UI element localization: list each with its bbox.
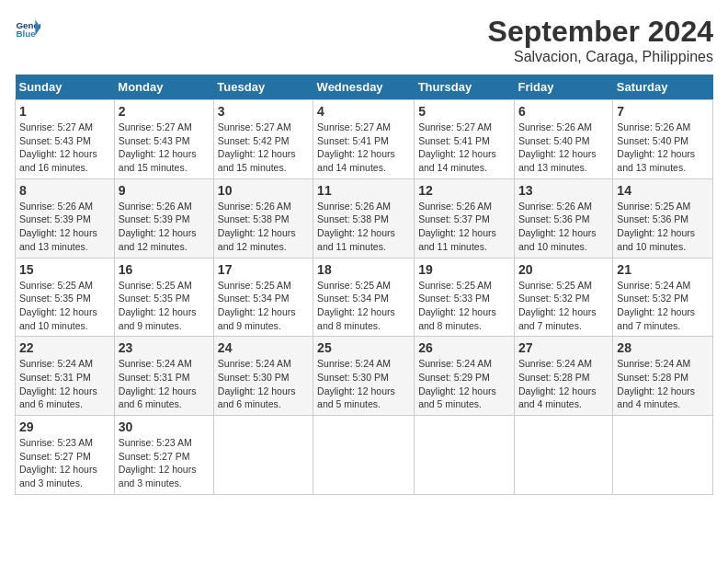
table-row: 17Sunrise: 5:25 AM Sunset: 5:34 PM Dayli… — [213, 258, 313, 337]
calendar-week-row: 8Sunrise: 5:26 AM Sunset: 5:39 PM Daylig… — [16, 178, 713, 258]
day-detail: Sunrise: 5:25 AM Sunset: 5:33 PM Dayligh… — [418, 279, 510, 333]
day-detail: Sunrise: 5:24 AM Sunset: 5:31 PM Dayligh… — [19, 357, 110, 411]
col-friday: Friday — [514, 75, 612, 100]
day-number: 10 — [218, 183, 309, 198]
day-number: 9 — [119, 183, 210, 198]
day-number: 28 — [617, 340, 709, 355]
day-detail: Sunrise: 5:26 AM Sunset: 5:40 PM Dayligh… — [518, 121, 609, 175]
calendar-title: September 2024 — [488, 15, 713, 49]
logo: General Blue — [15, 15, 40, 40]
day-detail: Sunrise: 5:25 AM Sunset: 5:34 PM Dayligh… — [218, 279, 309, 333]
calendar-table: Sunday Monday Tuesday Wednesday Thursday… — [15, 75, 713, 495]
table-row — [313, 416, 415, 495]
day-detail: Sunrise: 5:24 AM Sunset: 5:30 PM Dayligh… — [317, 357, 410, 411]
table-row: 3Sunrise: 5:27 AM Sunset: 5:42 PM Daylig… — [213, 100, 313, 179]
day-detail: Sunrise: 5:26 AM Sunset: 5:39 PM Dayligh… — [119, 200, 210, 254]
table-row: 11Sunrise: 5:26 AM Sunset: 5:38 PM Dayli… — [313, 178, 415, 258]
day-number: 26 — [418, 340, 510, 355]
table-row: 19Sunrise: 5:25 AM Sunset: 5:33 PM Dayli… — [415, 258, 515, 337]
day-detail: Sunrise: 5:24 AM Sunset: 5:32 PM Dayligh… — [617, 279, 709, 333]
table-row: 23Sunrise: 5:24 AM Sunset: 5:31 PM Dayli… — [114, 337, 213, 416]
calendar-header-row: Sunday Monday Tuesday Wednesday Thursday… — [16, 75, 713, 100]
day-detail: Sunrise: 5:26 AM Sunset: 5:39 PM Dayligh… — [19, 200, 110, 254]
table-row: 24Sunrise: 5:24 AM Sunset: 5:30 PM Dayli… — [213, 337, 313, 416]
day-number: 2 — [119, 104, 210, 119]
day-detail: Sunrise: 5:24 AM Sunset: 5:29 PM Dayligh… — [418, 357, 510, 411]
table-row: 30Sunrise: 5:23 AM Sunset: 5:27 PM Dayli… — [114, 416, 213, 495]
calendar-week-row: 1Sunrise: 5:27 AM Sunset: 5:43 PM Daylig… — [16, 100, 713, 179]
day-detail: Sunrise: 5:23 AM Sunset: 5:27 PM Dayligh… — [119, 436, 210, 490]
day-number: 14 — [617, 183, 709, 198]
day-number: 13 — [518, 183, 609, 198]
day-detail: Sunrise: 5:26 AM Sunset: 5:37 PM Dayligh… — [418, 200, 510, 254]
table-row: 6Sunrise: 5:26 AM Sunset: 5:40 PM Daylig… — [514, 100, 612, 179]
table-row: 10Sunrise: 5:26 AM Sunset: 5:38 PM Dayli… — [213, 178, 313, 258]
day-number: 24 — [218, 340, 309, 355]
col-saturday: Saturday — [613, 75, 713, 100]
table-row: 5Sunrise: 5:27 AM Sunset: 5:41 PM Daylig… — [415, 100, 515, 179]
day-number: 4 — [317, 104, 410, 119]
col-wednesday: Wednesday — [313, 75, 415, 100]
table-row: 1Sunrise: 5:27 AM Sunset: 5:43 PM Daylig… — [16, 100, 115, 179]
table-row: 4Sunrise: 5:27 AM Sunset: 5:41 PM Daylig… — [313, 100, 415, 179]
day-detail: Sunrise: 5:27 AM Sunset: 5:43 PM Dayligh… — [19, 121, 110, 175]
day-detail: Sunrise: 5:25 AM Sunset: 5:34 PM Dayligh… — [317, 279, 410, 333]
page-header: General Blue September 2024 Salvacion, C… — [15, 15, 713, 65]
calendar-week-row: 15Sunrise: 5:25 AM Sunset: 5:35 PM Dayli… — [16, 258, 713, 337]
day-detail: Sunrise: 5:23 AM Sunset: 5:27 PM Dayligh… — [19, 436, 110, 490]
day-detail: Sunrise: 5:27 AM Sunset: 5:43 PM Dayligh… — [119, 121, 210, 175]
day-number: 20 — [518, 262, 609, 277]
table-row: 8Sunrise: 5:26 AM Sunset: 5:39 PM Daylig… — [16, 178, 115, 258]
day-number: 23 — [119, 340, 210, 355]
day-number: 27 — [518, 340, 609, 355]
table-row: 21Sunrise: 5:24 AM Sunset: 5:32 PM Dayli… — [613, 258, 713, 337]
title-block: September 2024 Salvacion, Caraga, Philip… — [488, 15, 713, 65]
logo-icon: General Blue — [15, 15, 40, 40]
table-row — [514, 416, 612, 495]
col-tuesday: Tuesday — [213, 75, 313, 100]
table-row: 16Sunrise: 5:25 AM Sunset: 5:35 PM Dayli… — [114, 258, 213, 337]
table-row: 2Sunrise: 5:27 AM Sunset: 5:43 PM Daylig… — [114, 100, 213, 179]
day-number: 6 — [518, 104, 609, 119]
col-sunday: Sunday — [16, 75, 115, 100]
day-detail: Sunrise: 5:27 AM Sunset: 5:41 PM Dayligh… — [317, 121, 410, 175]
table-row: 26Sunrise: 5:24 AM Sunset: 5:29 PM Dayli… — [415, 337, 515, 416]
table-row — [213, 416, 313, 495]
day-number: 11 — [317, 183, 410, 198]
day-number: 19 — [418, 262, 510, 277]
day-number: 30 — [119, 419, 210, 434]
day-number: 18 — [317, 262, 410, 277]
day-detail: Sunrise: 5:25 AM Sunset: 5:32 PM Dayligh… — [518, 279, 609, 333]
day-detail: Sunrise: 5:27 AM Sunset: 5:41 PM Dayligh… — [418, 121, 510, 175]
day-detail: Sunrise: 5:24 AM Sunset: 5:30 PM Dayligh… — [218, 357, 309, 411]
day-detail: Sunrise: 5:24 AM Sunset: 5:28 PM Dayligh… — [617, 357, 709, 411]
day-detail: Sunrise: 5:25 AM Sunset: 5:35 PM Dayligh… — [119, 279, 210, 333]
table-row: 25Sunrise: 5:24 AM Sunset: 5:30 PM Dayli… — [313, 337, 415, 416]
day-detail: Sunrise: 5:27 AM Sunset: 5:42 PM Dayligh… — [218, 121, 309, 175]
day-detail: Sunrise: 5:25 AM Sunset: 5:35 PM Dayligh… — [19, 279, 110, 333]
day-detail: Sunrise: 5:26 AM Sunset: 5:36 PM Dayligh… — [518, 200, 609, 254]
day-detail: Sunrise: 5:25 AM Sunset: 5:36 PM Dayligh… — [617, 200, 709, 254]
day-detail: Sunrise: 5:26 AM Sunset: 5:40 PM Dayligh… — [617, 121, 709, 175]
day-detail: Sunrise: 5:26 AM Sunset: 5:38 PM Dayligh… — [317, 200, 410, 254]
calendar-week-row: 29Sunrise: 5:23 AM Sunset: 5:27 PM Dayli… — [16, 416, 713, 495]
day-number: 7 — [617, 104, 709, 119]
day-detail: Sunrise: 5:24 AM Sunset: 5:31 PM Dayligh… — [119, 357, 210, 411]
day-number: 15 — [19, 262, 110, 277]
col-monday: Monday — [114, 75, 213, 100]
table-row: 27Sunrise: 5:24 AM Sunset: 5:28 PM Dayli… — [514, 337, 612, 416]
table-row — [415, 416, 515, 495]
table-row — [613, 416, 713, 495]
day-number: 3 — [218, 104, 309, 119]
table-row: 13Sunrise: 5:26 AM Sunset: 5:36 PM Dayli… — [514, 178, 612, 258]
day-number: 22 — [19, 340, 110, 355]
calendar-subtitle: Salvacion, Caraga, Philippines — [488, 49, 713, 65]
table-row: 12Sunrise: 5:26 AM Sunset: 5:37 PM Dayli… — [415, 178, 515, 258]
day-number: 17 — [218, 262, 309, 277]
day-number: 29 — [19, 419, 110, 434]
table-row: 7Sunrise: 5:26 AM Sunset: 5:40 PM Daylig… — [613, 100, 713, 179]
day-number: 1 — [19, 104, 110, 119]
day-detail: Sunrise: 5:26 AM Sunset: 5:38 PM Dayligh… — [218, 200, 309, 254]
day-detail: Sunrise: 5:24 AM Sunset: 5:28 PM Dayligh… — [518, 357, 609, 411]
table-row: 9Sunrise: 5:26 AM Sunset: 5:39 PM Daylig… — [114, 178, 213, 258]
